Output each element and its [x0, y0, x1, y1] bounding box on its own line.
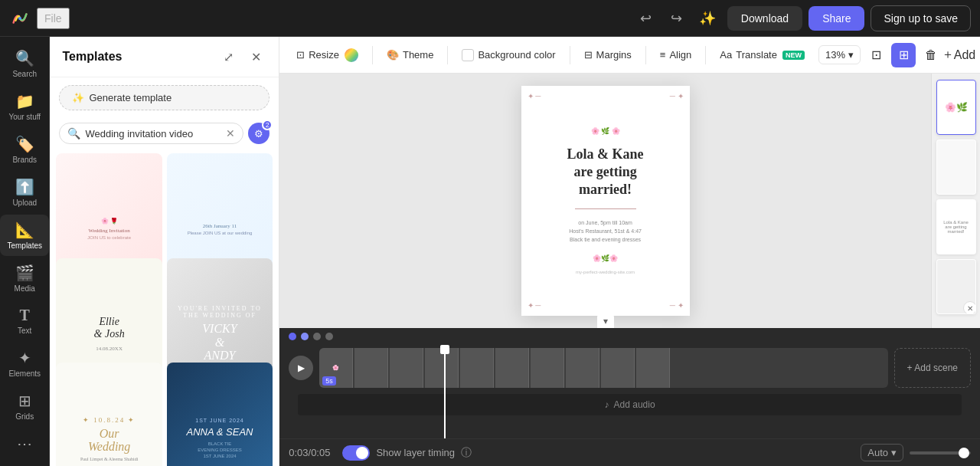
timeline-dots [289, 333, 333, 340]
sidebar-item-more[interactable]: ⋯ [0, 428, 49, 459]
music-icon: ♪ [605, 399, 609, 410]
toolbar: ⊡ Resize 🎨 Theme Background color ⊟ Marg… [279, 37, 980, 74]
timeline-track-content[interactable]: 🌸 5s [319, 348, 887, 388]
thumbnail-2[interactable] [936, 139, 976, 195]
canvas-column: ⊡ Resize 🎨 Theme Background color ⊟ Marg… [279, 37, 980, 466]
view-toggle-button[interactable]: ⊡ [864, 43, 888, 67]
sidebar-item-brands[interactable]: 🏷️ Brands [0, 129, 49, 170]
generate-template-label: Generate template [89, 92, 172, 103]
corner-ornament-br: ─ ✦ [670, 301, 684, 310]
magic-button[interactable]: ✨ [694, 5, 721, 32]
zoom-control[interactable]: 13% ▾ [818, 45, 861, 64]
sparkle-icon: ✨ [72, 92, 84, 103]
expand-panel-button[interactable]: ⤢ [217, 46, 239, 67]
more-icon: ⋯ [17, 435, 32, 453]
bg-color-button[interactable]: Background color [454, 45, 563, 65]
translate-button[interactable]: Aa Translate NEW [712, 45, 812, 64]
auto-label: Auto [867, 447, 888, 458]
separator [570, 46, 570, 64]
thumbnail-preview-2 [937, 140, 975, 194]
undo-button[interactable]: ↩ [632, 5, 660, 32]
signup-button[interactable]: Sign up to save [871, 5, 971, 31]
layer-timing-label: Show layer timing [376, 447, 455, 458]
delete-page-button[interactable]: 🗑 [919, 43, 943, 67]
playhead [444, 345, 446, 438]
app-logo [9, 8, 31, 29]
close-panel-button[interactable]: ✕ [245, 46, 266, 67]
add-audio-bar[interactable]: ♪ Add audio [298, 394, 962, 415]
template-card[interactable]: 1ST JUNE 2024 ANNA & SEAN BLACK TIEEVENI… [167, 363, 273, 466]
track-thumb-8 [566, 348, 599, 388]
slider-knob[interactable] [959, 448, 969, 458]
collapse-button[interactable]: ▾ [597, 314, 614, 328]
toggle-knob [356, 447, 368, 459]
dot-3 [313, 333, 321, 340]
templates-panel: Templates ⤢ ✕ ✨ Generate template 🔍 ✕ ⚙ … [50, 37, 279, 466]
brands-icon: 🏷️ [15, 135, 34, 153]
sidebar-item-templates[interactable]: 📐 Templates [0, 215, 49, 256]
grids-icon: ⊞ [18, 392, 31, 410]
margins-button[interactable]: ⊟ Margins [577, 45, 639, 64]
track-thumb-6 [495, 348, 529, 388]
show-layer-timing-toggle[interactable] [342, 445, 370, 461]
template-card-preview: 1ST JUNE 2024 ANNA & SEAN BLACK TIEEVENI… [167, 363, 273, 466]
sidebar-item-grids[interactable]: ⊞ Grids [0, 386, 49, 427]
sidebar-label-grids: Grids [15, 412, 34, 421]
thumbnail-4[interactable]: ✕ [936, 259, 976, 314]
separator [372, 46, 373, 64]
sidebar-item-upload[interactable]: ⬆️ Upload [0, 172, 49, 213]
media-icon: 🎬 [15, 264, 34, 282]
redo-button[interactable]: ↪ [663, 5, 691, 32]
sidebar-item-media[interactable]: 🎬 Media [0, 258, 49, 299]
track-thumb-9 [601, 348, 635, 388]
add-audio-label: Add audio [614, 399, 655, 410]
separator [447, 46, 448, 64]
add-label: Add [954, 48, 975, 62]
sidebar-item-your-stuff[interactable]: 📁 Your stuff [0, 86, 49, 127]
generate-template-button[interactable]: ✨ Generate template [59, 85, 270, 110]
top-bar: File ↩ ↪ ✨ Download Share Sign up to sav… [0, 0, 980, 37]
timeline-area: ▶ 🌸 5s [279, 328, 980, 466]
new-badge: NEW [782, 51, 805, 60]
sidebar-item-search[interactable]: 🔍 Search [0, 43, 49, 84]
close-thumbnail-button[interactable]: ✕ [963, 301, 976, 314]
filter-icon: ⚙ [254, 128, 263, 139]
auto-select[interactable]: Auto ▾ [861, 444, 903, 461]
sidebar-item-text[interactable]: T Text [0, 300, 49, 341]
dot-2 [301, 333, 309, 340]
card-title: Lola & Kane are getting married! [567, 146, 644, 199]
canvas-area: Page 1 / 1 - Add title ✦ ─ ─ ✦ ✦ ─ ─ ✦ 🌸… [279, 74, 980, 328]
filter-button[interactable]: ⚙ 2 [248, 123, 270, 144]
download-button[interactable]: Download [727, 6, 802, 31]
folder-icon: 📁 [15, 92, 34, 110]
thumbnail-1[interactable]: 🌸🌿 [936, 80, 976, 135]
add-page-button[interactable]: ＋ Add [946, 43, 971, 67]
canvas-document[interactable]: ✦ ─ ─ ✦ ✦ ─ ─ ✦ 🌸 🌿 🌸 Lola & Kane are ge… [521, 86, 690, 316]
share-button[interactable]: Share [808, 6, 864, 31]
filter-badge: 2 [262, 120, 273, 130]
template-card[interactable]: ✦ 10.8.24 ✦ OurWedding Paul Limpet & Ale… [56, 363, 162, 466]
add-scene-button[interactable]: + Add scene [894, 348, 971, 388]
templates-panel-title: Templates [62, 50, 122, 64]
templates-header-actions: ⤢ ✕ [217, 46, 266, 67]
info-icon[interactable]: ⓘ [461, 446, 472, 460]
zoom-slider [910, 451, 971, 455]
right-thumbnails: 🌸🌿 Lola & Kane are getting married! ✕ [931, 74, 980, 328]
sidebar-item-elements[interactable]: ✦ Elements [0, 343, 49, 384]
grid-view-button[interactable]: ⊞ [891, 43, 916, 67]
svg-point-1 [18, 16, 21, 19]
theme-button[interactable]: 🎨 Theme [379, 45, 441, 64]
translate-icon: Aa [720, 49, 732, 61]
clear-search-button[interactable]: ✕ [226, 127, 235, 139]
play-button[interactable]: ▶ [289, 356, 313, 380]
file-menu[interactable]: File [37, 8, 70, 29]
thumbnail-3[interactable]: Lola & Kane are getting married! [936, 199, 976, 254]
card-flowers-bottom: 🌸🌿🌸 [593, 254, 618, 262]
align-button[interactable]: ≡ Align [652, 45, 700, 64]
slider-track[interactable] [910, 451, 971, 455]
canvas-viewport[interactable]: Page 1 / 1 - Add title ✦ ─ ─ ✦ ✦ ─ ─ ✦ 🌸… [279, 74, 931, 328]
margins-label: Margins [596, 49, 632, 61]
resize-button[interactable]: ⊡ Resize [289, 44, 366, 66]
templates-header: Templates ⤢ ✕ [50, 37, 279, 77]
template-search-input[interactable] [85, 128, 221, 139]
